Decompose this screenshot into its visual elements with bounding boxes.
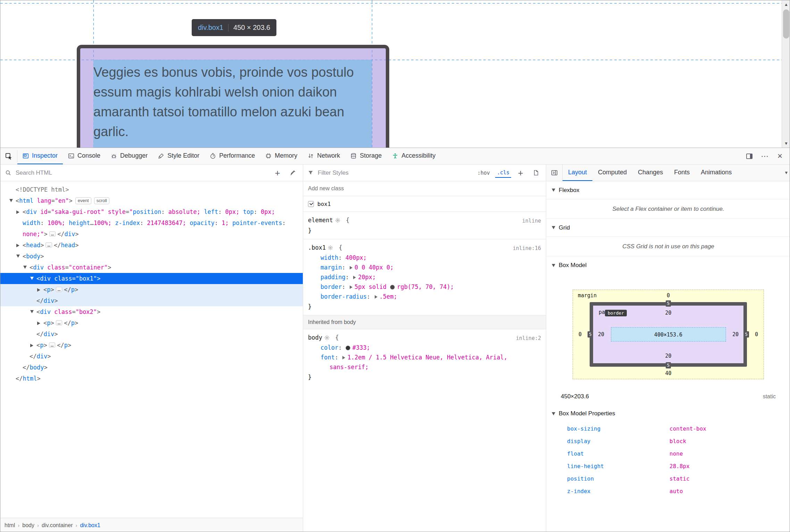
margin-right-value[interactable]: 0 bbox=[755, 331, 758, 338]
inline-ellipsis-button[interactable]: … bbox=[56, 320, 62, 325]
css-declaration[interactable]: border-radius: .5em; bbox=[308, 292, 541, 301]
expand-twisty-icon[interactable] bbox=[37, 284, 43, 295]
tree-node[interactable]: <html lang="en">eventscroll bbox=[0, 195, 303, 206]
tab-inspector[interactable]: Inspector bbox=[17, 148, 63, 164]
grid-section-header[interactable]: Grid bbox=[546, 219, 790, 237]
box-model-properties-header[interactable]: Box Model Properties bbox=[546, 405, 790, 422]
tree-node[interactable]: <div class="box2"> bbox=[0, 306, 303, 317]
rule-source-link[interactable]: inline bbox=[522, 216, 541, 226]
tree-node[interactable]: </body> bbox=[0, 362, 303, 373]
expand-value-icon[interactable] bbox=[350, 285, 352, 289]
add-rule-icon[interactable]: + bbox=[515, 167, 526, 179]
tree-node[interactable]: <p>…</p> bbox=[0, 284, 303, 295]
more-options-icon[interactable]: ⋯ bbox=[758, 149, 772, 163]
tree-node[interactable]: </div> bbox=[0, 295, 303, 306]
pseudo-class-toggle[interactable]: :hov bbox=[476, 168, 492, 177]
node-picker-button[interactable] bbox=[0, 148, 17, 164]
box-model-property-row[interactable]: line-height28.8px bbox=[546, 460, 790, 472]
class-checkbox[interactable] bbox=[308, 201, 314, 207]
color-swatch[interactable] bbox=[390, 285, 395, 290]
tab-accessibility[interactable]: Accessibility bbox=[387, 148, 441, 164]
border-right-value[interactable]: 5 bbox=[743, 331, 749, 338]
box-model-property-row[interactable]: positionstatic bbox=[546, 472, 790, 485]
tree-node[interactable]: <p>…</p> bbox=[0, 317, 303, 329]
rule-source-link[interactable]: inline:2 bbox=[516, 333, 541, 343]
expand-twisty-icon[interactable] bbox=[30, 273, 36, 284]
box-model-property-row[interactable]: z-indexauto bbox=[546, 485, 790, 497]
margin-top-value[interactable]: 0 bbox=[573, 292, 764, 299]
tree-node[interactable]: </div> bbox=[0, 351, 303, 362]
tab-animations[interactable]: Animations bbox=[695, 165, 737, 181]
add-new-class-field[interactable]: Add new class bbox=[303, 181, 546, 196]
tree-node[interactable]: </html> bbox=[0, 373, 303, 384]
box-model-property-row[interactable]: box-sizingcontent-box bbox=[546, 422, 790, 435]
tree-node[interactable]: <p>…</p> bbox=[0, 340, 303, 351]
tab-console[interactable]: Console bbox=[63, 148, 106, 164]
rule-source-link[interactable]: inline:16 bbox=[513, 243, 541, 253]
add-node-icon[interactable]: + bbox=[272, 167, 283, 179]
rule-selector[interactable]: element bbox=[308, 217, 333, 224]
tab-debugger[interactable]: Debugger bbox=[106, 148, 153, 164]
tab-changes[interactable]: Changes bbox=[632, 165, 668, 181]
scroll-badge[interactable]: scroll bbox=[94, 197, 109, 204]
expand-twisty-icon[interactable] bbox=[30, 340, 36, 351]
inline-ellipsis-button[interactable]: … bbox=[49, 342, 55, 348]
tree-node[interactable]: <!DOCTYPE html> bbox=[0, 184, 303, 195]
rule-selector[interactable]: body bbox=[308, 334, 322, 341]
inline-ellipsis-button[interactable]: … bbox=[49, 231, 56, 236]
breadcrumb-item-body[interactable]: body bbox=[22, 522, 34, 529]
border-left-value[interactable]: 5 bbox=[588, 331, 593, 338]
eyedropper-icon[interactable] bbox=[287, 167, 299, 179]
class-panel-toggle[interactable]: .cls bbox=[495, 168, 511, 178]
expand-twisty-icon[interactable] bbox=[16, 206, 23, 217]
breadcrumb-item-div-container[interactable]: div.container bbox=[42, 522, 73, 529]
css-declaration[interactable]: color: #333; bbox=[308, 343, 541, 352]
box-model-property-row[interactable]: floatnone bbox=[546, 447, 790, 460]
tab-layout[interactable]: Layout bbox=[563, 165, 592, 181]
scroll-down-icon[interactable]: ▼ bbox=[782, 139, 790, 148]
tree-node[interactable]: <body> bbox=[0, 251, 303, 262]
tab-storage[interactable]: Storage bbox=[345, 148, 387, 164]
tab-network[interactable]: Network bbox=[302, 148, 345, 164]
tabs-overflow-icon[interactable]: ▾ bbox=[783, 165, 789, 181]
expand-twisty-icon[interactable] bbox=[23, 262, 30, 273]
event-badge[interactable]: event bbox=[75, 197, 91, 204]
expand-twisty-icon[interactable] bbox=[30, 306, 36, 317]
tab-performance[interactable]: Performance bbox=[205, 148, 260, 164]
border-top-value[interactable]: 5 bbox=[666, 300, 671, 307]
scrollbar-thumb[interactable] bbox=[783, 9, 789, 39]
expand-value-icon[interactable] bbox=[350, 266, 352, 269]
css-declaration[interactable]: border: 5px solid rgb(75, 70, 74); bbox=[308, 282, 541, 292]
expand-twisty-icon[interactable] bbox=[16, 240, 23, 251]
filter-styles-input[interactable] bbox=[317, 169, 472, 177]
border-bottom-value[interactable]: 5 bbox=[666, 362, 671, 368]
margin-left-value[interactable]: 0 bbox=[579, 331, 582, 338]
expand-twisty-icon[interactable] bbox=[16, 251, 23, 262]
tab-memory[interactable]: Memory bbox=[260, 148, 302, 164]
breadcrumb-item-html[interactable]: html bbox=[5, 522, 15, 529]
search-input[interactable] bbox=[15, 169, 268, 177]
tree-node[interactable]: </div> bbox=[0, 329, 303, 340]
inline-ellipsis-button[interactable]: … bbox=[56, 287, 62, 292]
breadcrumb-item-div-box1[interactable]: div.box1 bbox=[80, 522, 100, 529]
tree-node[interactable]: <head>…</head> bbox=[0, 240, 303, 251]
expand-twisty-icon[interactable] bbox=[37, 317, 43, 329]
css-declaration[interactable]: margin: 0 0 40px 0; bbox=[308, 263, 541, 272]
scroll-up-icon[interactable]: ▲ bbox=[782, 0, 790, 9]
css-declaration[interactable]: font: 1.2em / 1.5 Helvetica Neue, Helvet… bbox=[308, 352, 541, 372]
tree-node[interactable]: <div id="saka-gui-root" style="position:… bbox=[0, 206, 303, 240]
flexbox-section-header[interactable]: Flexbox bbox=[546, 181, 790, 199]
tab-computed[interactable]: Computed bbox=[592, 165, 632, 181]
dock-side-icon[interactable] bbox=[742, 149, 756, 163]
box-model-property-row[interactable]: displayblock bbox=[546, 435, 790, 447]
content-region[interactable]: 400×153.6 bbox=[611, 327, 726, 342]
tree-node[interactable]: <div class="box1"> bbox=[0, 273, 303, 284]
tab-style-editor[interactable]: Style Editor bbox=[153, 148, 205, 164]
padding-right-value[interactable]: 20 bbox=[732, 331, 739, 338]
page-scrollbar[interactable]: ▲ ▼ bbox=[782, 0, 790, 148]
margin-bottom-value[interactable]: 40 bbox=[573, 370, 764, 376]
box-model-section-header[interactable]: Box Model bbox=[546, 256, 790, 274]
rule-selector[interactable]: .box1 bbox=[308, 244, 326, 251]
css-declaration[interactable]: padding: 20px; bbox=[308, 272, 541, 282]
tab-fonts[interactable]: Fonts bbox=[668, 165, 695, 181]
